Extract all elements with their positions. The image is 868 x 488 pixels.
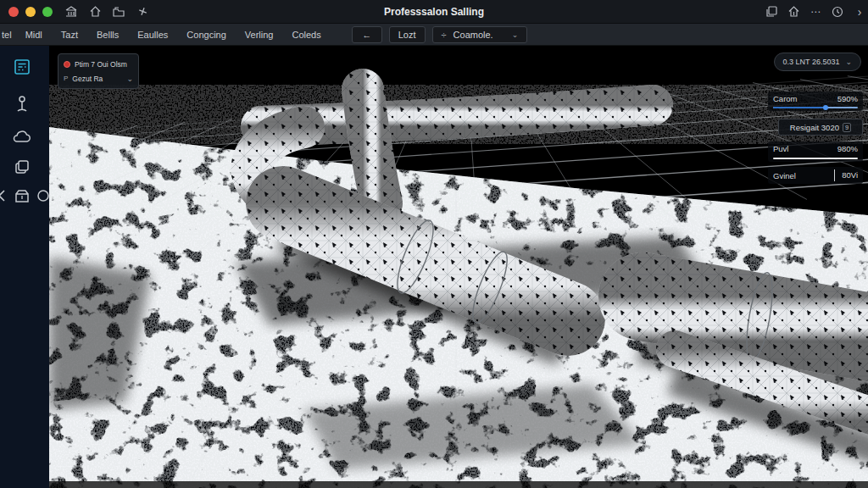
traffic-lights [8, 7, 53, 17]
cursor-plus-icon[interactable] [136, 5, 149, 19]
document-panel-icon[interactable] [11, 56, 33, 78]
carom-slider-thumb[interactable] [823, 105, 828, 110]
menubar: tel Midl Tazt Bellls Eaulles Congcing Ve… [0, 24, 868, 46]
home-share-icon[interactable] [787, 5, 800, 19]
gvinel-label: Gvinel [773, 171, 796, 180]
property-puvl: Puvl 980% [768, 141, 863, 162]
menu-coleds[interactable]: Coleds [292, 26, 320, 43]
mode-dropdown-label: Coamole. [453, 30, 493, 40]
record-dot-icon [64, 61, 70, 68]
object-row-secondary[interactable]: P Gezut Ra ⌄ [64, 71, 133, 86]
folder-icon[interactable] [112, 5, 125, 19]
layers-copy-icon[interactable] [11, 156, 33, 178]
carom-slider[interactable] [773, 107, 858, 108]
gvinel-value: 80Vi [842, 170, 858, 180]
copy-document-icon[interactable] [765, 5, 778, 19]
titlebar: Professsalon Salling ⋯ › [0, 0, 868, 24]
chevron-down-icon: ⌄ [512, 30, 519, 39]
viewport-3d[interactable]: Ptim 7 Oui Olsm P Gezut Ra ⌄ 0.3 LNT 26.… [49, 46, 868, 488]
sort-icon: ÷ [442, 30, 447, 40]
resigait-sup: 9 [843, 123, 851, 132]
menu-tel[interactable]: tel [2, 26, 12, 43]
home-icon[interactable] [88, 5, 102, 19]
building-icon[interactable] [64, 5, 78, 19]
chevron-down-icon: ⌄ [845, 58, 852, 66]
import-box-icon[interactable] [11, 185, 33, 207]
history-clock-icon[interactable] [831, 5, 844, 19]
menu-bellls[interactable]: Bellls [97, 26, 119, 43]
menu-midl[interactable]: Midl [25, 26, 42, 43]
minimize-button[interactable] [25, 7, 36, 17]
gvinel-value-group: 80Vi [829, 169, 858, 181]
carom-value: 590% [837, 94, 858, 103]
chevron-down-icon: ⌄ [126, 75, 133, 83]
object-panel: Ptim 7 Oui Olsm P Gezut Ra ⌄ [58, 53, 139, 89]
zoom-button[interactable] [42, 7, 53, 17]
cloud-icon[interactable] [11, 125, 33, 147]
mode-dropdown[interactable]: ÷ Coamole. ⌄ [432, 26, 528, 43]
titlebar-right-icons: ⋯ › [765, 5, 866, 19]
view-selector-dropdown[interactable]: 0.3 LNT 26.5031 ⌄ [774, 53, 861, 71]
property-resigait[interactable]: Resigait 3020 9 [778, 119, 863, 136]
chevron-right-icon[interactable]: › [853, 5, 866, 19]
app-window: Professsalon Salling ⋯ › tel Midl Tazt B… [0, 0, 868, 488]
view-selector-label: 0.3 LNT 26.5031 [783, 58, 840, 66]
menu-eaulles[interactable]: Eaulles [137, 26, 168, 43]
wireframe-scene [49, 46, 868, 488]
lozt-button[interactable]: Lozt [389, 26, 426, 43]
close-button[interactable] [8, 7, 19, 17]
carom-label: Carom [773, 94, 798, 103]
lozt-button-label: Lozt [398, 30, 416, 40]
tool-sidebar [0, 46, 49, 488]
property-gvinel: Gvinel 80Vi [768, 167, 863, 184]
object-row-primary[interactable]: Ptim 7 Oui Olsm [64, 57, 133, 71]
object-row-primary-label: Ptim 7 Oui Olsm [75, 60, 127, 69]
menu-verling[interactable]: Verling [245, 26, 274, 43]
p-badge-icon: P [64, 75, 68, 82]
puvl-label: Puvl [773, 144, 788, 153]
menu-congcing[interactable]: Congcing [186, 26, 225, 43]
puvl-value: 980% [837, 144, 858, 153]
collapse-chevron-icon[interactable] [0, 185, 8, 207]
titlebar-left-icons [64, 5, 149, 19]
pin-tool-icon[interactable] [11, 93, 33, 115]
puvl-slider[interactable] [773, 158, 858, 159]
resigait-label: Resigait 3020 [790, 123, 839, 132]
property-carom: Carom 590% [768, 92, 863, 111]
object-row-secondary-label: Gezut Ra [72, 75, 103, 83]
ellipsis-icon[interactable]: ⋯ [809, 5, 822, 19]
back-button[interactable]: ← [352, 26, 382, 43]
menu-tazt[interactable]: Tazt [61, 26, 78, 43]
back-arrow-icon: ← [362, 30, 371, 40]
divider [834, 169, 835, 181]
